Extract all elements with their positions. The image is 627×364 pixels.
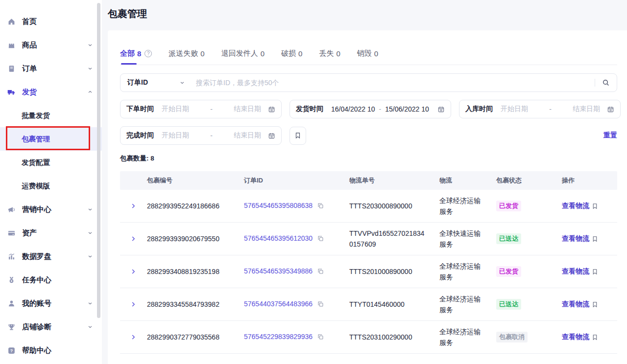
divider bbox=[595, 79, 595, 87]
search-input[interactable] bbox=[196, 79, 588, 87]
package-number: 2882993939020679550 bbox=[147, 235, 244, 243]
logistics-service: 全球经济运输服务 bbox=[439, 195, 484, 217]
tracking-number: TTTS201000890000 bbox=[349, 266, 428, 277]
tab-damaged[interactable]: 破损 0 bbox=[281, 49, 302, 65]
sidebar-item-shop-diagnosis[interactable]: 店铺诊断 bbox=[0, 315, 102, 339]
package-number: 2882993408819235198 bbox=[147, 268, 244, 275]
svg-text:?: ? bbox=[10, 348, 13, 353]
order-id-link[interactable]: 576545229839829936 bbox=[244, 333, 313, 341]
table-row: 2882993345584793982 576544037564483966 T… bbox=[120, 288, 617, 321]
chevron-down-icon bbox=[87, 230, 93, 236]
view-logistics-link[interactable]: 查看物流 bbox=[562, 300, 589, 309]
tracking-number: TTYT0145460000 bbox=[349, 299, 428, 310]
sidebar-subitem-freight-template[interactable]: 运费模版 bbox=[0, 174, 102, 198]
calendar-icon[interactable] bbox=[268, 132, 275, 139]
products-icon bbox=[7, 41, 16, 49]
inbound-time-filter[interactable]: 入库时间 开始日期 - 结束日期 bbox=[459, 100, 621, 118]
ship-time-filter[interactable]: 发货时间 16/04/2022 10 - 15/06/2022 10 bbox=[289, 100, 451, 118]
sidebar-item-data-compass[interactable]: 数据罗盘 bbox=[0, 245, 102, 268]
bookmark-icon[interactable] bbox=[592, 236, 598, 242]
filter-row-1: 下单时间 开始日期 - 结束日期 发货时间 16/04/2022 10 - 15… bbox=[120, 100, 617, 118]
table-header: 包裹编号 订单ID 物流单号 物流 包裹状态 操作 bbox=[120, 171, 617, 190]
tracking-number: TTTS203000890000 bbox=[349, 201, 428, 211]
sidebar-item-assets[interactable]: 资产 bbox=[0, 221, 102, 245]
bookmark-icon[interactable] bbox=[592, 301, 598, 308]
expand-row-icon[interactable] bbox=[120, 301, 147, 308]
chevron-down-icon bbox=[87, 253, 93, 259]
sidebar-subitem-package-management[interactable]: 包裹管理 bbox=[0, 127, 102, 151]
page-title: 包裹管理 bbox=[108, 7, 147, 21]
save-filter-button[interactable] bbox=[289, 127, 306, 145]
copy-icon[interactable] bbox=[317, 301, 324, 309]
expand-row-icon[interactable] bbox=[120, 334, 147, 341]
content-card: 全部 8 ? 派送失败 0 退回发件人 0 破损 0 丢失 0 销毁 0 订单I… bbox=[108, 30, 627, 364]
tracking-number: TTVVPvd1655270218340157609 bbox=[349, 228, 428, 250]
status-badge: 已送达 bbox=[496, 299, 521, 310]
sidebar-item-marketing[interactable]: 营销中心 bbox=[0, 198, 102, 221]
tab-delivery-failed[interactable]: 派送失败 0 bbox=[169, 49, 204, 65]
sidebar-subitem-batch-shipping[interactable]: 批量发货 bbox=[0, 104, 102, 127]
expand-row-icon[interactable] bbox=[120, 235, 147, 242]
reset-button[interactable]: 重置 bbox=[603, 131, 617, 140]
view-logistics-link[interactable]: 查看物流 bbox=[562, 234, 589, 243]
chevron-down-icon bbox=[87, 42, 93, 48]
chevron-down-icon bbox=[87, 324, 93, 330]
copy-icon[interactable] bbox=[317, 334, 324, 341]
copy-icon[interactable] bbox=[317, 235, 324, 243]
filter-row-2: 完成时间 开始日期 - 结束日期 重置 bbox=[120, 126, 617, 145]
expand-row-icon[interactable] bbox=[120, 268, 147, 275]
sidebar-subitem-shipping-config[interactable]: 发货配置 bbox=[0, 151, 102, 174]
order-id-link[interactable]: 576544037564483966 bbox=[244, 300, 313, 308]
shipping-truck-icon bbox=[7, 88, 16, 96]
bookmark-icon bbox=[294, 132, 301, 139]
copy-icon[interactable] bbox=[317, 268, 324, 276]
sidebar-item-my-account[interactable]: 我的账号 bbox=[0, 292, 102, 315]
chevron-down-icon bbox=[87, 300, 93, 306]
view-logistics-link[interactable]: 查看物流 bbox=[562, 267, 589, 276]
chevron-down-icon bbox=[179, 80, 185, 86]
medal-icon bbox=[7, 275, 16, 284]
view-logistics-link[interactable]: 查看物流 bbox=[562, 333, 589, 341]
order-id-link[interactable]: 576545465395808638 bbox=[244, 202, 313, 209]
tab-destroyed[interactable]: 销毁 0 bbox=[357, 49, 378, 65]
tab-returned-to-sender[interactable]: 退回发件人 0 bbox=[221, 49, 265, 65]
sidebar-item-task-center[interactable]: 任务中心 bbox=[0, 268, 102, 292]
home-icon bbox=[7, 17, 16, 26]
packages-table: 包裹编号 订单ID 物流单号 物流 包裹状态 操作 28829939522491… bbox=[120, 171, 617, 354]
logistics-service: 全球经济运输服务 bbox=[439, 326, 484, 348]
order-time-filter[interactable]: 下单时间 开始日期 - 结束日期 bbox=[120, 100, 282, 118]
package-number: 2882990372779035568 bbox=[147, 333, 244, 341]
megaphone-icon bbox=[7, 205, 16, 214]
tab-lost[interactable]: 丢失 0 bbox=[319, 49, 340, 65]
sidebar-item-products[interactable]: 商品 bbox=[0, 33, 102, 57]
bookmark-icon[interactable] bbox=[592, 334, 598, 341]
order-id-link[interactable]: 576545465395349886 bbox=[244, 267, 313, 275]
view-logistics-link[interactable]: 查看物流 bbox=[562, 202, 589, 210]
sidebar-item-home[interactable]: 首页 bbox=[0, 10, 102, 33]
calendar-icon[interactable] bbox=[437, 106, 445, 113]
bookmark-icon[interactable] bbox=[592, 203, 598, 209]
sidebar-item-shipping[interactable]: 发货 bbox=[0, 80, 102, 104]
complete-time-filter[interactable]: 完成时间 开始日期 - 结束日期 bbox=[120, 126, 282, 145]
copy-icon[interactable] bbox=[317, 203, 324, 210]
orders-icon bbox=[7, 64, 16, 73]
status-badge: 包裹取消 bbox=[496, 332, 528, 342]
sidebar-scrollbar[interactable] bbox=[97, 3, 100, 318]
status-badge: 已发货 bbox=[496, 266, 521, 277]
sidebar-item-orders[interactable]: 订单 bbox=[0, 57, 102, 80]
calendar-icon[interactable] bbox=[607, 106, 614, 113]
search-field-selector[interactable]: 订单ID bbox=[127, 78, 185, 87]
chevron-down-icon bbox=[87, 66, 93, 71]
user-icon bbox=[7, 299, 16, 308]
order-id-link[interactable]: 576545465395612030 bbox=[244, 234, 313, 242]
tab-all[interactable]: 全部 8 ? bbox=[120, 49, 152, 65]
bookmark-icon[interactable] bbox=[592, 269, 598, 275]
tracking-number: TTTS203100290000 bbox=[349, 332, 428, 342]
logistics-service: 全球经济运输服务 bbox=[439, 261, 484, 283]
sidebar-item-help-center[interactable]: ? 帮助中心 bbox=[0, 339, 102, 362]
expand-row-icon[interactable] bbox=[120, 203, 147, 209]
search-icon[interactable] bbox=[602, 79, 610, 87]
calendar-icon[interactable] bbox=[268, 106, 275, 113]
help-icon[interactable]: ? bbox=[145, 50, 152, 57]
table-row: 2882993939020679550 576545465395612030 T… bbox=[120, 223, 617, 255]
